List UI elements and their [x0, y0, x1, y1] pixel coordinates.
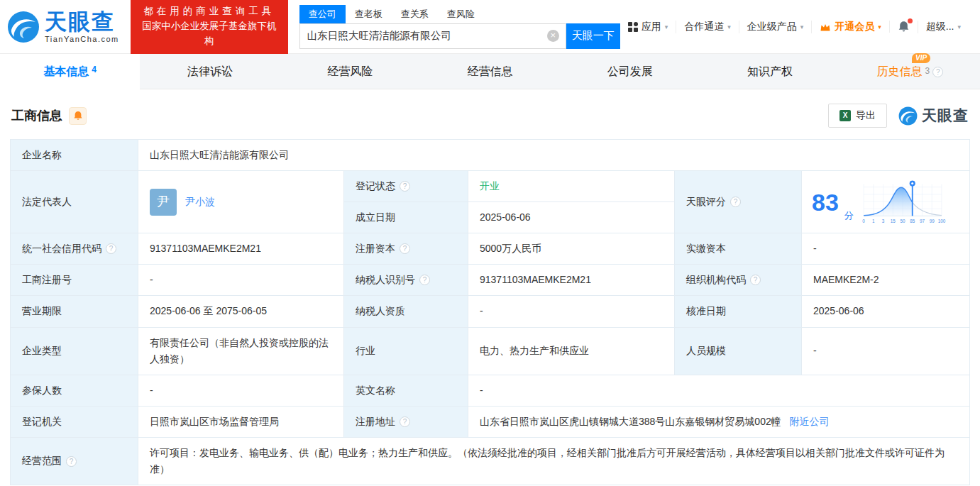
section-title: 工商信息	[11, 107, 62, 124]
axis-tick: 50	[900, 219, 905, 223]
table-row: 参保人数 - 英文名称 -	[11, 375, 970, 406]
help-icon[interactable]: ?	[730, 197, 741, 207]
tab-label: 公司发展	[607, 65, 653, 79]
nav-item-partner[interactable]: 合作通道 ▾	[676, 21, 739, 33]
nearby-companies-link[interactable]: 附近公司	[790, 416, 830, 427]
table-row: 登记机关 日照市岚山区市场监督管理局 注册地址 ? 山东省日照市岚山区虎山镇钢城…	[11, 406, 970, 437]
section-head-right: X 导出 天眼查	[828, 104, 969, 128]
tab-business-info[interactable]: 经营信息	[420, 54, 560, 89]
field-label-text: 组织机构代码	[686, 272, 746, 288]
promo-line2: 国家中小企业发展子基金旗下机构	[139, 19, 280, 49]
search-tab-risk[interactable]: 查风险	[438, 5, 484, 23]
axis-tick: 1	[872, 219, 875, 223]
reg-authority-value: 日照市岚山区市场监督管理局	[138, 406, 344, 437]
reg-status-value: 开业	[468, 171, 675, 202]
nav-item-super-vip[interactable]: 超级... ▾	[918, 21, 969, 33]
field-label: 法定代表人	[11, 171, 138, 233]
help-icon[interactable]: ?	[400, 416, 410, 427]
field-label-text: 统一社会信用代码	[22, 241, 101, 257]
tab-history-info[interactable]: VIP 历史信息 3 ?	[840, 54, 980, 89]
search-tab-relation[interactable]: 查关系	[392, 5, 438, 23]
subscribe-bell-button[interactable]	[69, 107, 87, 125]
search-button[interactable]: 天眼一下	[566, 23, 620, 49]
field-label-text: 经营范围	[22, 453, 62, 469]
table-row: 企业类型 有限责任公司（非自然人投资或控股的法人独资） 行业 电力、热力生产和供…	[11, 327, 970, 375]
help-icon[interactable]: ?	[400, 181, 410, 192]
taxpayer-quality-value: -	[468, 296, 675, 327]
credit-code-value: 91371103MAEMKE2M21	[138, 233, 344, 265]
field-label: 成立日期	[344, 202, 468, 233]
search-tab-boss[interactable]: 查老板	[346, 5, 392, 23]
tab-inner: VIP 历史信息 3 ?	[876, 65, 943, 79]
top-nav: 应用 ▾ 合作通道 ▾ 企业级产品 ▾ 开通会员 ▾	[620, 21, 969, 33]
legal-rep-cell: 尹 尹小波	[138, 171, 344, 233]
legal-rep-link[interactable]: 尹小波	[185, 194, 215, 210]
promo-banner[interactable]: 都在用的商业查询工具 国家中小企业发展子基金旗下机构	[131, 0, 288, 54]
nav-item-apps[interactable]: 应用 ▾	[620, 21, 676, 33]
field-label: 统一社会信用代码 ?	[11, 233, 138, 265]
field-label: 参保人数	[11, 375, 138, 406]
chevron-down-icon: ▾	[727, 23, 731, 31]
help-icon[interactable]: ?	[932, 67, 943, 77]
field-label: 工商注册号	[11, 265, 138, 296]
score-distribution-chart: 0 1 3 15 50 85 97 99 100	[859, 178, 946, 226]
tab-legal-litigation[interactable]: 法律诉讼	[140, 54, 280, 89]
table-row: 经营范围 ? 许可项目：发电业务、输电业务、供（配）电业务；热力生产和供应。（依…	[11, 437, 970, 485]
nav-item-notifications[interactable]	[889, 21, 918, 33]
export-button[interactable]: X 导出	[828, 104, 887, 128]
field-label: 行业	[344, 327, 468, 375]
staff-size-value: -	[802, 327, 970, 375]
table-row: 法定代表人 尹 尹小波 登记状态 ? 开业 天眼评分 ?	[11, 171, 970, 202]
field-label: 纳税人识别号 ?	[344, 265, 468, 296]
help-icon[interactable]: ?	[106, 243, 116, 254]
reg-address-value: 山东省日照市岚山区虎山镇钢城大道388号山东嘉银钢材贸易城002幢	[480, 416, 781, 427]
tab-operational-risk[interactable]: 经营风险	[280, 54, 420, 89]
tianyancha-logo[interactable]: 天眼查 TianYanCha.com	[7, 11, 119, 43]
axis-tick: 97	[920, 219, 925, 223]
help-icon[interactable]: ?	[400, 243, 410, 254]
business-scope-value: 许可项目：发电业务、输电业务、供（配）电业务；热力生产和供应。（依法须经批准的项…	[138, 437, 970, 485]
logo-subtitle: TianYanCha.com	[45, 35, 119, 43]
nav-item-enterprise[interactable]: 企业级产品 ▾	[739, 21, 812, 33]
search-tab-company[interactable]: 查公司	[299, 5, 346, 23]
field-label: 登记状态 ?	[344, 171, 468, 202]
field-label-text: 登记状态	[356, 178, 395, 194]
axis-tick: 3	[882, 219, 885, 223]
field-label: 注册地址 ?	[344, 406, 468, 437]
nav-super-label: 超级...	[926, 21, 954, 33]
field-label: 企业名称	[11, 140, 138, 171]
search-input[interactable]	[300, 31, 566, 42]
help-icon[interactable]: ?	[419, 275, 430, 285]
field-label-text: 注册资本	[356, 241, 395, 257]
help-icon[interactable]: ?	[750, 275, 761, 285]
section-head: 工商信息 X 导出 天眼查	[10, 102, 970, 139]
nav-enterprise-label: 企业级产品	[747, 21, 797, 33]
nav-item-open-vip[interactable]: 开通会员 ▾	[811, 21, 889, 33]
field-label-text: 注册地址	[356, 414, 395, 430]
table-row: 企业名称 山东日照大旺清洁能源有限公司	[11, 140, 970, 171]
watermark-text: 天眼查	[922, 106, 969, 126]
tab-company-development[interactable]: 公司发展	[560, 54, 700, 89]
logo-title: 天眼查	[45, 11, 119, 33]
grid-icon	[628, 22, 638, 32]
notification-dot	[908, 18, 913, 23]
taxpayer-id-value: 91371103MAEMKE2M21	[468, 265, 675, 296]
axis-tick: 15	[891, 219, 896, 223]
excel-icon: X	[839, 110, 851, 121]
tab-intellectual-property[interactable]: 知识产权	[700, 54, 839, 89]
axis-tick: 100	[937, 219, 945, 223]
reg-number-value: -	[138, 265, 344, 296]
clear-icon[interactable]: ×	[547, 30, 559, 42]
legal-rep-avatar[interactable]: 尹	[150, 189, 177, 216]
english-name-value: -	[468, 375, 970, 406]
main-content: 工商信息 X 导出 天眼查	[0, 89, 980, 486]
tab-basic-info[interactable]: 基本信息 4	[0, 54, 140, 89]
bell-wrap	[898, 21, 910, 33]
field-label: 实缴资本	[675, 233, 802, 265]
score-unit: 分	[844, 208, 854, 223]
company-type-value: 有限责任公司（非自然人投资或控股的法人独资）	[138, 327, 344, 375]
field-label: 核准日期	[675, 296, 802, 327]
search-block: 查公司 查老板 查关系 查风险 × 天眼一下	[299, 5, 620, 49]
help-icon[interactable]: ?	[66, 456, 77, 467]
section-tabbar: 基本信息 4 法律诉讼 经营风险 经营信息 公司发展 知识产权 VIP 历史信息…	[0, 54, 980, 89]
